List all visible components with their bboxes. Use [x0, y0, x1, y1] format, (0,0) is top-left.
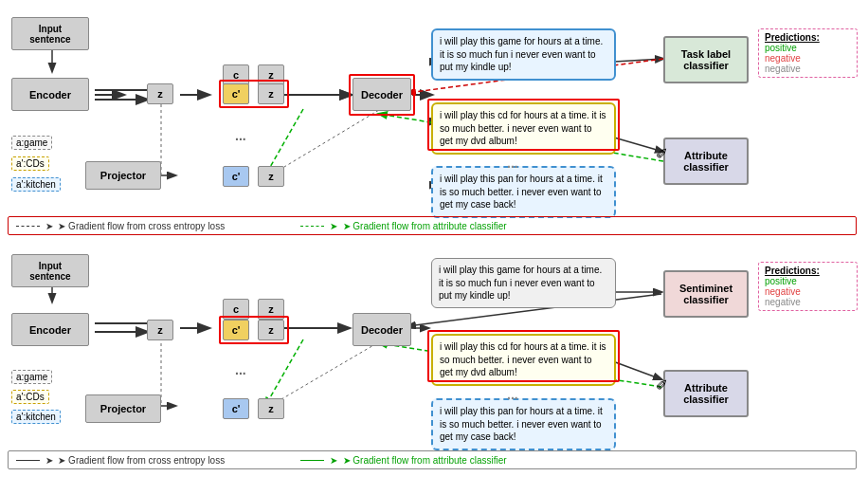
svg-line-13 [614, 59, 663, 62]
top-pred1: positive [765, 43, 851, 53]
top-legend-cross: ➤ ➤ Gradient flow from cross entropy los… [16, 221, 225, 231]
top-z4-box: z [258, 166, 284, 187]
bot-predictions: Predictions: positive negative negative [758, 262, 858, 311]
top-cprime2-box: c' [223, 166, 249, 187]
top-pred3: negative [765, 64, 851, 74]
bot-bubble3: i will play this pan for hours at a time… [431, 398, 616, 450]
top-a-game: a:game [11, 136, 52, 150]
top-a-kitchen: a':kitchen [11, 177, 61, 192]
bot-a-kitchen: a':kitchen [11, 410, 61, 424]
top-dots: ... [235, 128, 246, 143]
bot-bubble-dots: ... [507, 387, 518, 402]
top-attr-classifier: Attribute classifier [663, 138, 749, 185]
bot-input-sentence: Input sentence [11, 254, 89, 287]
top-input-sentence: Input sentence [11, 17, 89, 50]
bot-dots: ... [235, 362, 246, 377]
bot-sent-classifier: Sentiminet classifier [663, 270, 749, 318]
bot-pred1: positive [765, 276, 851, 286]
bot-red-outline-cprime [219, 316, 289, 344]
top-predictions: Predictions: positive negative negative [758, 28, 858, 78]
bot-z-box: z [147, 320, 173, 340]
bot-bubble1: i will play this game for hours at a tim… [431, 258, 616, 308]
svg-line-32 [265, 339, 303, 406]
top-encoder: Encoder [11, 78, 89, 111]
bot-legend: ➤ ➤ Gradient flow from cross entropy los… [8, 450, 857, 469]
top-legend: ➤ ➤ Gradient flow from cross entropy los… [8, 216, 857, 235]
bot-legend-attr: ➤ ➤ Gradient flow from attribute classif… [300, 455, 506, 466]
top-pred2: negative [765, 53, 851, 64]
bot-projector: Projector [85, 394, 161, 423]
svg-line-30 [270, 338, 387, 406]
bot-encoder: Encoder [11, 313, 89, 346]
top-red-outline-bubble2 [427, 99, 620, 151]
top-legend-attr: ➤ ➤ Gradient flow from attribute classif… [300, 221, 506, 231]
bot-pred-title: Predictions: [765, 266, 851, 276]
top-projector: Projector [85, 161, 161, 190]
top-red-outline-decoder [349, 74, 415, 116]
bot-legend-cross: ➤ ➤ Gradient flow from cross entropy los… [16, 455, 225, 466]
bot-cprime2-box: c' [223, 398, 249, 419]
bot-a-game: a:game [11, 370, 52, 384]
top-bubble1: i will play this game for hours at a tim… [431, 28, 616, 81]
top-bubble-dots: ... [507, 156, 518, 171]
top-z-box: z [147, 83, 173, 104]
bot-pred3: negative [765, 297, 851, 307]
bot-z4-box: z [258, 398, 284, 419]
top-pred-title: Predictions: [765, 32, 851, 43]
bot-red-outline-bubble2 [427, 330, 620, 382]
diagram-container: Input sentence Encoder z c z c' z c' z .… [0, 0, 868, 495]
bot-attr-classifier: Attribute classifier [663, 370, 749, 417]
top-a-cds: a':CDs [11, 156, 49, 171]
top-bubble3: i will play this pan for hours at a time… [431, 166, 616, 218]
bot-a-cds: a':CDs [11, 390, 49, 404]
top-task-classifier: Task label classifier [663, 36, 749, 83]
bot-decoder: Decoder [353, 313, 411, 346]
top-red-outline-cprime [219, 80, 289, 108]
bot-pred2: negative [765, 286, 851, 297]
